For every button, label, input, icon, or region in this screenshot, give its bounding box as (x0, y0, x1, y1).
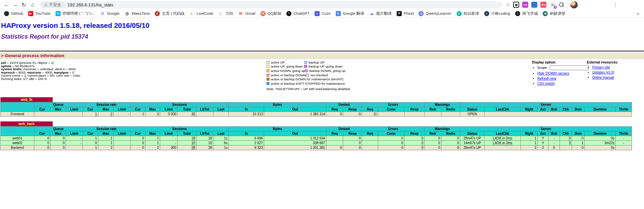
external-resource-link[interactable]: Online manual (592, 76, 614, 79)
table-row-web02: web0200-0101-10106s2 627338 6870000014m5… (1, 141, 632, 145)
extensions-puzzle-icon[interactable] (559, 2, 564, 7)
bookmark-codewars[interactable]: C主页 | 代码战 (155, 11, 184, 16)
bookmark-chatgpt[interactable]: *ChatGPT (286, 11, 310, 16)
bookmark-lufei-xuecheng[interactable]: ☺路飞学城 (515, 11, 538, 16)
stat-cell: 0 (425, 136, 441, 141)
codewars-favicon-icon: C (155, 11, 160, 16)
column-group-denied: Denied (326, 127, 362, 131)
proxy-name-web_back[interactable]: web_back (1, 122, 53, 126)
bookmark-google-translate[interactable]: GGoogle 翻译 (336, 11, 364, 16)
bookmark-bilibili[interactable]: tv哔哩哔哩 ( ˚- ˚)つ... (56, 11, 95, 16)
bookmark-leetcode[interactable]: LLeetCode (189, 11, 213, 16)
legend-swatch (266, 78, 270, 81)
proxy-name-web_lb[interactable]: web_lb (1, 97, 53, 102)
leetcode-favicon-icon: L (189, 11, 194, 16)
bookmark-zhishixingqiu[interactable]: C知识星球 (457, 11, 479, 16)
stat-cell: 2 (145, 145, 160, 150)
scope-input[interactable] (550, 66, 589, 70)
haproxy-version-link[interactable]: HAProxy version 1.5.18, released 2016/05… (1, 22, 149, 29)
column-group-errors: Errors (362, 102, 425, 107)
bookmark-label: GitHub (11, 11, 23, 15)
lr-extension-icon[interactable]: LR (522, 2, 528, 8)
stat-cell: 0 (441, 136, 460, 141)
legend-swatch (266, 74, 270, 77)
stat-cell: - (114, 112, 131, 117)
bookmark-star-icon[interactable]: ☆ (506, 2, 510, 8)
bookmark-xiaolin-coding[interactable]: c小林coding (484, 11, 510, 16)
notes-extension-icon[interactable]: ▪ (531, 2, 537, 8)
bookmark-youtube[interactable]: ▶YouTube (28, 11, 50, 16)
column-header: Chk (560, 107, 572, 112)
external-resource-link[interactable]: Primary site (592, 66, 610, 69)
translate-extension-icon[interactable]: 文A (540, 2, 546, 8)
bookmark-qq-mail[interactable]: ✉QQ邮箱 (260, 11, 281, 16)
bookmark-label: LeetCode (196, 11, 213, 15)
bookmark-gmail[interactable]: MGmail (238, 11, 255, 16)
bookmark-wakatime[interactable]: ◷WakaTime (124, 11, 150, 16)
bookmark-mayi-ketang[interactable]: ⊕蚂蚁课堂 (543, 11, 565, 16)
forward-icon[interactable]: → (11, 1, 20, 9)
column-header: Req (362, 107, 378, 112)
bookmark-label: Gmail (245, 11, 255, 15)
column-header: Last (213, 131, 229, 136)
bookmark-label: 主页 | 代码战 (162, 11, 184, 16)
row-name: Backend (1, 145, 34, 150)
w-extension-icon[interactable]: W6 (549, 2, 556, 8)
column-header: Status (460, 107, 485, 112)
stat-cell (114, 136, 131, 141)
column-header: Retr (425, 131, 441, 136)
external-resource-link[interactable]: Updates (v1.5) (592, 71, 614, 74)
section-title: > General process information (0, 52, 644, 59)
haproxy-stats-page: HAProxy version 1.5.18, released 2016/05… (0, 22, 644, 150)
stat-cell: 1 012 694 (264, 136, 326, 141)
stat-cell: 2 (538, 145, 548, 150)
column-header: Max (98, 107, 114, 112)
bookmark-label: 哔哩哔哩 ( ˚- ˚)つ... (63, 11, 95, 16)
menu-icon[interactable]: ⋮ (613, 2, 618, 8)
likou-favicon-icon: L (218, 11, 223, 16)
column-header: Dwntme (585, 131, 616, 136)
warning-icon: ⚠ (44, 2, 48, 7)
stat-cell: - (616, 136, 632, 141)
toolbar-right: ☆ ▣LR▪文AW6 ⋮ (506, 1, 618, 8)
stat-cell: 0 (50, 141, 66, 145)
screenshot-extension-icon[interactable]: ▣ (513, 2, 519, 8)
column-header: Cur (34, 107, 50, 112)
bookmark-label: YouTube (35, 11, 50, 15)
reload-icon[interactable]: ↻ (20, 1, 28, 9)
bookmark-google[interactable]: GGoogle (100, 11, 119, 16)
column-group-session-rate: Session rate (83, 127, 131, 131)
stat-cell: 0 (343, 112, 362, 117)
stat-cell: - (616, 141, 632, 145)
xiaolin-coding-favicon-icon: c (484, 11, 489, 16)
stat-cell: 1 (521, 136, 538, 141)
security-chip[interactable]: ⚠ 不安全 (41, 2, 64, 8)
stat-cell: 1 (83, 136, 98, 141)
back-icon[interactable]: ← (2, 1, 11, 9)
bookmark-coze[interactable]: ☺Coze (315, 11, 331, 16)
column-group-queue: Queue (34, 127, 83, 131)
address-bar[interactable]: ⚠ 不安全 192.168.6.131/ha_stats (40, 1, 502, 8)
home-icon[interactable]: ⌂ (28, 1, 37, 9)
bookmark-qwerty-learner[interactable]: QQwertyLearner (419, 11, 451, 16)
display-option-link[interactable]: Refresh now (537, 77, 556, 80)
bookmark-likou[interactable]: L力扣 (218, 11, 233, 16)
profile-avatar[interactable] (570, 1, 578, 8)
bookmarks-overflow-chevron[interactable]: » (633, 9, 644, 17)
bookmark-label: WakaTime (132, 11, 150, 15)
legend-swatch (304, 61, 307, 64)
bookmark-github[interactable]: GitHub (4, 11, 23, 16)
display-option-link[interactable]: Hide 'DOWN' servers (537, 72, 569, 75)
stat-cell: 1 (83, 145, 98, 150)
stat-cell: L4OK in 0ms (485, 136, 521, 141)
column-group-server: Server (460, 127, 632, 131)
column-header: Redis (441, 107, 460, 112)
display-option-link[interactable]: CSV export (537, 82, 554, 85)
zhishixingqiu-favicon-icon: C (457, 11, 462, 16)
column-header: Chk (560, 131, 572, 136)
stat-cell: 1 (98, 141, 114, 145)
title-spacer (53, 122, 632, 126)
bookmark-phind[interactable]: PPhind (397, 11, 414, 16)
bookmark-label: 蚂蚁课堂 (550, 11, 565, 16)
bookmark-image-translate[interactable]: ☁图片翻译 (369, 11, 392, 16)
